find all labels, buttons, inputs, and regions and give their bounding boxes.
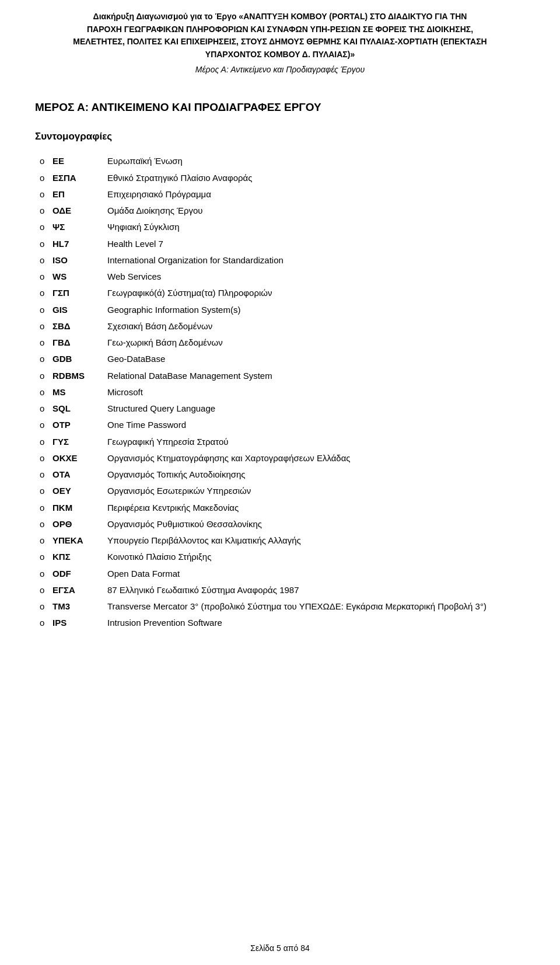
- main-content: ΜΕΡΟΣ Α: ΑΝΤΙΚΕΙΜΕΝΟ ΚΑΙ ΠΡΟΔΙΑΓΡΑΦΕΣ ΕΡ…: [0, 82, 560, 936]
- list-item: ΟΔΕΟμάδα Διοίκησης Έργου: [35, 204, 525, 217]
- subsection-title: Συντομογραφίες: [35, 129, 525, 144]
- abbr-code: RDBMS: [52, 369, 99, 382]
- abbr-desc: Ομάδα Διοίκησης Έργου: [107, 204, 525, 217]
- list-item: GISGeographic Information System(s): [35, 303, 525, 316]
- abbr-code: ΕΠ: [52, 187, 99, 201]
- abbr-desc: Transverse Mercator 3° (προβολικό Σύστημ…: [107, 600, 525, 613]
- abbr-code: ΟΤΑ: [52, 468, 99, 481]
- list-item: RDBMSRelational DataBase Management Syst…: [35, 369, 525, 382]
- abbr-code: ΟΕΥ: [52, 484, 99, 497]
- header-line1: Διακήρυξη Διαγωνισμού για το Έργο «ΑΝΑΠΤ…: [93, 12, 467, 21]
- abbr-desc: Γεωγραφικό(ά) Σύστημα(τα) Πληροφοριών: [107, 286, 525, 299]
- abbr-desc: Microsoft: [107, 385, 525, 399]
- abbr-code: OTP: [52, 418, 99, 431]
- list-item: ΟΚΧΕΟργανισμός Κτηματογράφησης και Χαρτο…: [35, 451, 525, 465]
- list-item: ΕΕΕυρωπαϊκή Ένωση: [35, 154, 525, 168]
- header-line2: ΠΑΡΟΧΗ ΓΕΩΓΡΑΦΙΚΩΝ ΠΛΗΡΟΦΟΡΙΩΝ ΚΑΙ ΣΥΝΑΦ…: [87, 25, 473, 34]
- abbr-code: ΟΡΘ: [52, 517, 99, 531]
- abbr-code: ΕΕ: [52, 154, 99, 168]
- abbr-code: ODF: [52, 567, 99, 580]
- abbr-desc: Intrusion Prevention Software: [107, 616, 525, 629]
- abbr-desc: Structured Query Language: [107, 402, 525, 415]
- list-item: ΤΜ3Transverse Mercator 3° (προβολικό Σύσ…: [35, 600, 525, 613]
- abbr-desc: Ψηφιακή Σύγκλιση: [107, 220, 525, 234]
- section-title: ΜΕΡΟΣ Α: ΑΝΤΙΚΕΙΜΕΝΟ ΚΑΙ ΠΡΟΔΙΑΓΡΑΦΕΣ ΕΡ…: [35, 99, 525, 116]
- footer-text: Σελίδα 5 από 84: [250, 943, 309, 953]
- abbr-code: ΥΠΕΚΑ: [52, 534, 99, 547]
- list-item: ΓΒΔΓεω-χωρική Βάση Δεδομένων: [35, 336, 525, 349]
- abbr-desc: Health Level 7: [107, 237, 525, 250]
- abbr-code: ΓΥΣ: [52, 435, 99, 448]
- list-item: ΚΠΣΚοινοτικό Πλαίσιο Στήριξης: [35, 550, 525, 563]
- list-item: ΨΣΨηφιακή Σύγκλιση: [35, 220, 525, 234]
- abbr-desc: Οργανισμός Κτηματογράφησης και Χαρτογραφ…: [107, 451, 525, 465]
- list-item: ΓΥΣΓεωγραφική Υπηρεσία Στρατού: [35, 435, 525, 448]
- list-item: IPSIntrusion Prevention Software: [35, 616, 525, 629]
- header-title: Διακήρυξη Διαγωνισμού για το Έργο «ΑΝΑΠΤ…: [35, 11, 525, 61]
- abbr-code: ΓΒΔ: [52, 336, 99, 349]
- abbr-desc: Οργανισμός Εσωτερικών Υπηρεσιών: [107, 484, 525, 497]
- abbr-desc: Οργανισμός Τοπικής Αυτοδιοίκησης: [107, 468, 525, 481]
- abbr-desc: Γεωγραφική Υπηρεσία Στρατού: [107, 435, 525, 448]
- abbr-code: ΤΜ3: [52, 600, 99, 613]
- header-line4: ΥΠΑΡΧΟΝΤΟΣ ΚΟΜΒΟΥ Δ. ΠΥΛΑΙΑΣ)»: [205, 50, 355, 59]
- abbr-code: SQL: [52, 402, 99, 415]
- abbr-desc: Υπουργείο Περιβάλλοντος και Κλιματικής Α…: [107, 534, 525, 547]
- abbr-desc: Geographic Information System(s): [107, 303, 525, 316]
- list-item: ΠΚΜΠεριφέρεια Κεντρικής Μακεδονίας: [35, 501, 525, 514]
- abbr-code: ΓΣΠ: [52, 286, 99, 299]
- abbr-code: ΣΒΔ: [52, 319, 99, 333]
- abbr-desc: Οργανισμός Ρυθμιστικού Θεσσαλονίκης: [107, 517, 525, 531]
- abbr-code: GIS: [52, 303, 99, 316]
- abbr-code: ΟΔΕ: [52, 204, 99, 217]
- abbr-code: ΕΓΣΑ: [52, 583, 99, 597]
- page-header: Διακήρυξη Διαγωνισμού για το Έργο «ΑΝΑΠΤ…: [0, 0, 560, 82]
- abbr-desc: Περιφέρεια Κεντρικής Μακεδονίας: [107, 501, 525, 514]
- list-item: MSMicrosoft: [35, 385, 525, 399]
- abbr-desc: 87 Ελληνικό Γεωδαιτικό Σύστημα Αναφοράς …: [107, 583, 525, 597]
- list-item: ΟΡΘΟργανισμός Ρυθμιστικού Θεσσαλονίκης: [35, 517, 525, 531]
- abbr-code: ΨΣ: [52, 220, 99, 234]
- header-line3: ΜΕΛΕΤΗΤΕΣ, ΠΟΛΙΤΕΣ ΚΑΙ ΕΠΙΧΕΙΡΗΣΕΙΣ, ΣΤΟ…: [73, 37, 487, 46]
- abbr-code: ΕΣΠΑ: [52, 171, 99, 184]
- list-item: WSWeb Services: [35, 270, 525, 283]
- abbr-code: ΚΠΣ: [52, 550, 99, 563]
- page-container: Διακήρυξη Διαγωνισμού για το Έργο «ΑΝΑΠΤ…: [0, 0, 560, 965]
- list-item: OTPOne Time Password: [35, 418, 525, 431]
- abbr-code: HL7: [52, 237, 99, 250]
- list-item: ΕΣΠΑΕθνικό Στρατηγικό Πλαίσιο Αναφοράς: [35, 171, 525, 184]
- list-item: HL7Health Level 7: [35, 237, 525, 250]
- abbr-desc: Εθνικό Στρατηγικό Πλαίσιο Αναφοράς: [107, 171, 525, 184]
- list-item: ΕΠΕπιχειρησιακό Πρόγραμμα: [35, 187, 525, 201]
- abbr-desc: Γεω-χωρική Βάση Δεδομένων: [107, 336, 525, 349]
- list-item: ΟΕΥΟργανισμός Εσωτερικών Υπηρεσιών: [35, 484, 525, 497]
- abbr-code: ISO: [52, 253, 99, 267]
- list-item: ΓΣΠΓεωγραφικό(ά) Σύστημα(τα) Πληροφοριών: [35, 286, 525, 299]
- abbr-desc: Geo-DataBase: [107, 352, 525, 365]
- list-item: GDBGeo-DataBase: [35, 352, 525, 365]
- abbr-desc: Relational DataBase Management System: [107, 369, 525, 382]
- abbr-desc: Επιχειρησιακό Πρόγραμμα: [107, 187, 525, 201]
- abbr-desc: Κοινοτικό Πλαίσιο Στήριξης: [107, 550, 525, 563]
- abbr-code: IPS: [52, 616, 99, 629]
- abbr-desc: International Organization for Standardi…: [107, 253, 525, 267]
- abbr-desc: Web Services: [107, 270, 525, 283]
- abbr-code: GDB: [52, 352, 99, 365]
- abbr-desc: One Time Password: [107, 418, 525, 431]
- abbr-code: ΟΚΧΕ: [52, 451, 99, 465]
- list-item: ΟΤΑΟργανισμός Τοπικής Αυτοδιοίκησης: [35, 468, 525, 481]
- abbr-desc: Open Data Format: [107, 567, 525, 580]
- list-item: ODFOpen Data Format: [35, 567, 525, 580]
- abbr-code: MS: [52, 385, 99, 399]
- abbr-code: ΠΚΜ: [52, 501, 99, 514]
- list-item: ΕΓΣΑ87 Ελληνικό Γεωδαιτικό Σύστημα Αναφο…: [35, 583, 525, 597]
- header-subtitle: Μέρος Α: Αντικείμενο και Προδιαγραφές Έρ…: [35, 64, 525, 76]
- list-item: ISOInternational Organization for Standa…: [35, 253, 525, 267]
- abbr-desc: Σχεσιακή Βάση Δεδομένων: [107, 319, 525, 333]
- abbr-code: WS: [52, 270, 99, 283]
- list-item: SQLStructured Query Language: [35, 402, 525, 415]
- abbreviations-list: ΕΕΕυρωπαϊκή ΈνωσηΕΣΠΑΕθνικό Στρατηγικό Π…: [35, 154, 525, 629]
- page-footer: Σελίδα 5 από 84: [0, 936, 560, 965]
- abbr-desc: Ευρωπαϊκή Ένωση: [107, 154, 525, 168]
- list-item: ΣΒΔΣχεσιακή Βάση Δεδομένων: [35, 319, 525, 333]
